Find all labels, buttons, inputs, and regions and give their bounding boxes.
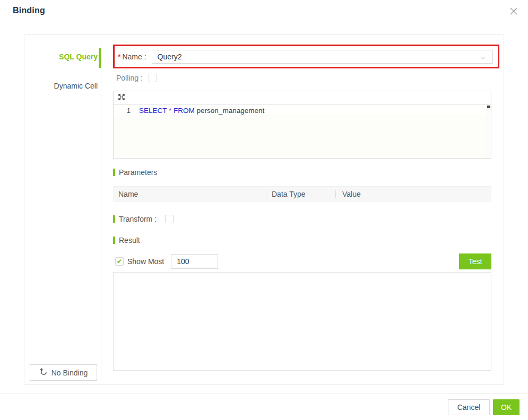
column-header-name: Name — [113, 190, 266, 198]
test-button[interactable]: Test — [459, 253, 491, 269]
unlink-icon — [39, 368, 48, 378]
editor-scrollbar[interactable] — [487, 105, 491, 158]
section-accent-bar — [113, 237, 115, 244]
sql-editor: 1 SELECT * FROM person_management — [113, 91, 491, 159]
result-output-area — [113, 272, 491, 371]
sidebar: SQL Query Dynamic Cell — [24, 35, 101, 384]
expand-icon[interactable] — [118, 93, 125, 103]
scrollbar-thumb[interactable] — [487, 106, 490, 108]
code-line: 1 SELECT * FROM person_management — [114, 105, 486, 116]
check-icon: ✔ — [117, 258, 122, 265]
no-binding-button[interactable]: No Binding — [30, 364, 97, 381]
name-label: *Name : — [118, 52, 146, 61]
line-number: 1 — [114, 107, 139, 115]
parameters-table-header: Name Data Type Value — [113, 186, 491, 202]
sql-statement: SELECT * FROM person_management — [139, 107, 264, 115]
show-most-label: Show Most — [127, 257, 164, 266]
section-accent-bar — [113, 215, 115, 223]
query-name-select[interactable]: Query2 — [152, 50, 493, 64]
sidebar-item-label: Dynamic Cell — [54, 82, 98, 90]
name-row-annotation: *Name : Query2 — [113, 45, 499, 68]
result-section-label: Result — [113, 236, 140, 244]
active-tab-indicator — [99, 48, 101, 68]
sidebar-item-sql-query[interactable]: SQL Query — [24, 49, 101, 65]
close-icon[interactable] — [509, 6, 518, 16]
sql-keyword: FROM — [174, 107, 195, 115]
show-most-checkbox[interactable]: ✔ — [115, 257, 124, 266]
no-binding-label: No Binding — [51, 369, 88, 377]
show-most-input[interactable] — [171, 254, 218, 269]
dialog-header: Binding — [0, 0, 528, 22]
sql-star: * — [169, 107, 171, 115]
transform-checkbox[interactable] — [165, 215, 174, 223]
footer-divider — [0, 393, 528, 393]
code-area[interactable]: 1 SELECT * FROM person_management — [114, 105, 491, 158]
sidebar-item-dynamic-cell[interactable]: Dynamic Cell — [24, 78, 101, 94]
sidebar-item-label: SQL Query — [59, 52, 98, 61]
cancel-button[interactable]: Cancel — [448, 399, 490, 415]
dialog-title: Binding — [13, 6, 45, 15]
column-header-data-type: Data Type — [266, 190, 335, 198]
editor-toolbar — [114, 91, 491, 105]
column-header-value: Value — [336, 190, 491, 198]
query-name-value: Query2 — [158, 52, 182, 61]
sql-identifier: person_management — [197, 107, 265, 115]
chevron-down-icon — [480, 54, 486, 63]
transform-label: Transform : — [119, 215, 157, 223]
ok-button[interactable]: OK — [493, 399, 520, 415]
show-most-row: ✔ Show Most Test — [113, 253, 491, 269]
section-accent-bar — [113, 169, 115, 176]
transform-row: Transform : — [113, 215, 174, 223]
polling-label: Polling : — [116, 74, 143, 82]
sql-keyword: SELECT — [139, 107, 167, 115]
polling-checkbox[interactable] — [149, 74, 157, 82]
polling-row: Polling : — [116, 73, 157, 83]
parameters-section-label: Parameters — [113, 168, 157, 177]
required-asterisk: * — [118, 52, 120, 61]
binding-panel: SQL Query Dynamic Cell *Name : Query2 Po… — [24, 34, 504, 385]
